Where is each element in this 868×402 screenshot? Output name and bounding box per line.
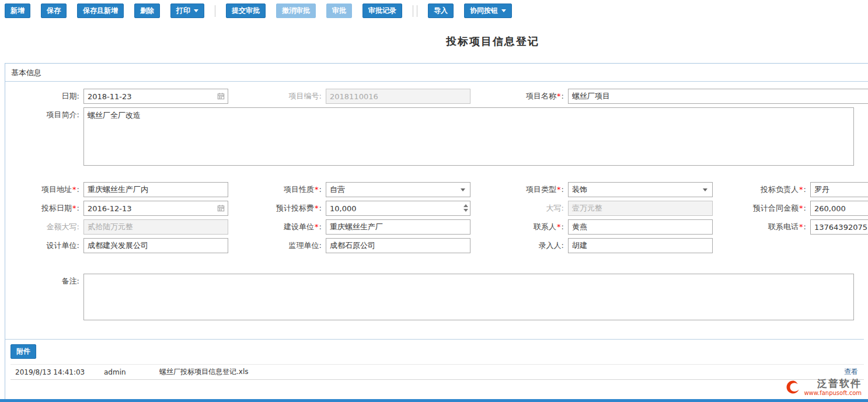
supervision-unit-field	[326, 238, 490, 253]
brand-logo: 泛普软件 www.fanpusoft.com	[785, 378, 862, 396]
cancel-approval-button-label: 撤消审批	[282, 6, 310, 16]
bottom-bar	[0, 399, 868, 402]
project-no-input	[326, 89, 470, 104]
brand-swirl-icon	[785, 379, 801, 395]
dropdown-arrow-icon	[703, 188, 707, 191]
cancel-approval-button[interactable]: 撤消审批	[276, 4, 316, 18]
attachment-button[interactable]: 附件	[11, 344, 36, 359]
bid-leader-field	[810, 182, 868, 197]
bid-date-input[interactable]	[83, 201, 228, 216]
project-type-label: 项目类型*:	[490, 182, 568, 197]
toolbar: 新增保存保存且新增删除打印提交审批撤消审批审批审批记录导入协同按钮	[0, 0, 868, 22]
design-unit-input[interactable]	[83, 238, 228, 253]
contact-phone-label: 联系电话*:	[732, 219, 810, 235]
design-unit-field	[83, 238, 247, 253]
project-type-value: 装饰	[572, 184, 587, 195]
project-address-field	[83, 182, 247, 197]
toolbar-separator	[215, 5, 215, 17]
form-row: 备注:	[5, 274, 868, 320]
number-spinner[interactable]	[463, 204, 468, 212]
required-mark: *	[557, 222, 561, 231]
estimated-bid-cost-label: 预计投标费*:	[247, 201, 326, 216]
project-desc-label: 项目简介:	[5, 107, 83, 123]
bid-date-label: 投标日期*:	[5, 201, 83, 216]
form-row: 项目简介:	[5, 107, 868, 166]
form-row: 项目地址*:项目性质*:自营项目类型*:装饰投标负责人*:	[5, 182, 868, 197]
collaboration-button-label: 协同按钮	[470, 6, 498, 16]
project-name-label: 项目名称*:	[490, 89, 568, 104]
remarks-textarea[interactable]	[83, 274, 854, 320]
project-nature-select[interactable]: 自营	[326, 182, 470, 197]
estimated-contract-amount-field	[810, 201, 868, 216]
calendar-icon[interactable]	[217, 92, 225, 100]
estimated-contract-amount-input[interactable]	[810, 201, 868, 216]
recorder-input[interactable]	[568, 238, 713, 253]
spinner-up-icon[interactable]	[463, 204, 468, 207]
dropdown-arrow-icon	[461, 188, 465, 191]
required-mark: *	[799, 204, 803, 212]
form-row: 日期:项目编号:项目名称*:	[5, 89, 868, 104]
remarks-field	[83, 274, 854, 320]
project-nature-value: 自营	[330, 184, 345, 195]
supervision-unit-input[interactable]	[326, 238, 470, 253]
date-label: 日期:	[5, 89, 83, 104]
recorder-field	[568, 238, 732, 253]
estimated-bid-cost-input[interactable]	[326, 201, 470, 216]
amount-in-words-field	[83, 219, 247, 235]
supervision-unit-label: 监理单位:	[247, 238, 326, 253]
import-button[interactable]: 导入	[428, 4, 454, 18]
bid-leader-input[interactable]	[810, 182, 868, 197]
submit-approval-button[interactable]: 提交审批	[226, 4, 266, 18]
form-body: 日期:项目编号:项目名称*:项目简介:项目地址*:项目性质*:自营项目类型*:装…	[5, 82, 868, 320]
page-title: 投标项目信息登记	[0, 34, 868, 48]
toolbar-separator	[413, 5, 413, 17]
print-button[interactable]: 打印	[170, 4, 204, 18]
construction-unit-field	[326, 219, 490, 235]
attachment-user: admin	[104, 368, 159, 376]
print-caret-icon	[194, 9, 198, 12]
required-mark: *	[315, 185, 319, 194]
bid-leader-label: 投标负责人*:	[732, 182, 810, 197]
required-mark: *	[72, 185, 76, 194]
required-mark: *	[799, 185, 803, 194]
delete-button[interactable]: 删除	[134, 4, 160, 18]
spinner-down-icon[interactable]	[463, 209, 468, 212]
new-button[interactable]: 新增	[5, 4, 30, 18]
project-name-input[interactable]	[568, 89, 868, 104]
brand-url: www.fanpusoft.com	[804, 390, 862, 397]
approval-record-button-label: 审批记录	[368, 6, 396, 16]
project-desc-textarea[interactable]	[83, 107, 854, 166]
section-title: 基本信息	[11, 68, 41, 77]
approve-button-label: 审批	[332, 6, 346, 16]
project-type-field: 装饰	[568, 182, 732, 197]
contact-person-input[interactable]	[568, 219, 713, 235]
construction-unit-input[interactable]	[326, 219, 470, 235]
required-mark: *	[557, 185, 561, 194]
save-and-new-button[interactable]: 保存且新增	[77, 4, 124, 18]
date-input[interactable]	[83, 89, 228, 104]
project-type-select[interactable]: 装饰	[568, 182, 713, 197]
calendar-icon[interactable]	[217, 204, 225, 212]
estimated-bid-cost-field	[326, 201, 490, 216]
view-link[interactable]: 查看	[844, 367, 858, 377]
approve-button[interactable]: 审批	[326, 4, 352, 18]
contact-phone-input[interactable]	[810, 219, 868, 235]
project-no-label: 项目编号:	[247, 89, 326, 104]
approval-record-button[interactable]: 审批记录	[362, 4, 402, 18]
estimated-contract-amount-label: 预计合同金额*:	[732, 201, 810, 216]
cost-in-words-input	[568, 201, 713, 216]
collaboration-button[interactable]: 协同按钮	[464, 4, 512, 18]
cost-in-words-field	[568, 201, 732, 216]
required-mark: *	[315, 204, 319, 212]
project-address-input[interactable]	[83, 182, 228, 197]
attachment-filename: 螺丝厂投标项目信息登记.xls	[159, 367, 844, 377]
date-field	[83, 89, 247, 104]
brand-name: 泛普软件	[817, 378, 862, 390]
contact-person-field	[568, 219, 732, 235]
section-header: 基本信息	[5, 64, 868, 82]
save-button[interactable]: 保存	[41, 4, 67, 18]
delete-button-label: 删除	[140, 6, 154, 16]
contact-person-label: 联系人*:	[490, 219, 568, 235]
save-button-label: 保存	[47, 6, 61, 16]
required-mark: *	[315, 222, 319, 231]
